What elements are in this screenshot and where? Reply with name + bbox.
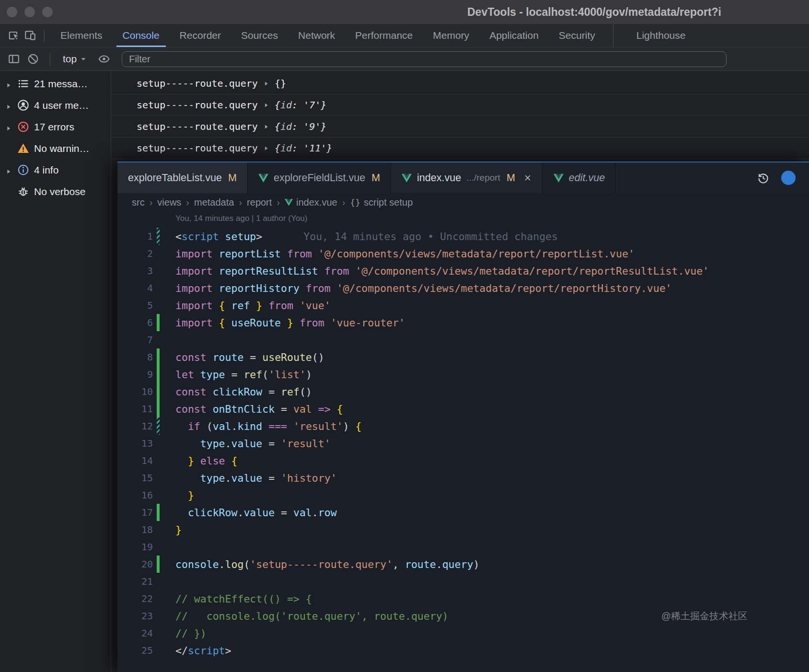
code-line: 5import { ref } from 'vue': [117, 297, 809, 314]
change-bar-empty: [157, 262, 160, 279]
object-key: id: [280, 99, 292, 111]
expand-triangle-icon[interactable]: [263, 123, 270, 130]
maximize-window-button[interactable]: [42, 7, 53, 17]
history-icon[interactable]: [757, 172, 770, 185]
line-number: 25: [117, 645, 153, 656]
line-number: 7: [117, 334, 153, 346]
sidebar-item-verbose[interactable]: No verbose: [0, 181, 111, 202]
code-text: console.log('setup-----route.query', rou…: [175, 558, 479, 570]
code-text: }: [175, 524, 182, 536]
breadcrumb-item-index-vue[interactable]: index.vue: [285, 197, 337, 208]
devtools-tab-sources[interactable]: Sources: [231, 24, 288, 47]
breadcrumb-item-report[interactable]: report: [247, 197, 272, 208]
code-line: 6import { useRoute } from 'vue-router': [117, 314, 809, 331]
console-filter-input[interactable]: [122, 51, 727, 67]
expand-triangle-icon[interactable]: [5, 102, 12, 109]
breadcrumb-label: script setup: [364, 197, 413, 208]
change-bar-empty: [157, 245, 160, 262]
line-number: 1: [117, 231, 153, 242]
expand-triangle-icon[interactable]: [5, 80, 12, 88]
code-line: 18}: [117, 521, 809, 538]
code-line: 12 if (val.kind === 'result') {: [117, 417, 809, 435]
devtools-tab-memory[interactable]: Memory: [423, 24, 479, 47]
expand-triangle-icon[interactable]: [263, 102, 270, 109]
close-window-button[interactable]: [7, 7, 17, 17]
object-preview[interactable]: {}: [275, 78, 286, 89]
execution-context-selector[interactable]: top: [59, 53, 93, 65]
sidebar-item-user[interactable]: 4 user me…: [0, 94, 111, 116]
object-preview[interactable]: {id: '9'}: [275, 121, 326, 132]
line-number: 9: [117, 369, 153, 380]
line-number: 21: [117, 576, 153, 587]
breadcrumb-label: views: [157, 197, 181, 208]
change-bar-empty: [157, 625, 160, 642]
code-line: 1<script setup>You, 14 minutes ago • Unc…: [117, 228, 809, 245]
code-text: import { ref } from 'vue': [175, 300, 331, 312]
expand-triangle-icon[interactable]: [263, 80, 270, 87]
editor-tab-edit-vue[interactable]: edit.vue: [543, 162, 616, 193]
devtools-tab-security[interactable]: Security: [549, 24, 605, 47]
object-preview[interactable]: {id: '7'}: [275, 99, 326, 111]
divider: [44, 29, 45, 42]
code-text: const onBtnClick = val => {: [175, 403, 343, 415]
change-bar: [157, 400, 160, 417]
line-number: 18: [117, 524, 153, 535]
watermark: @稀土掘金技术社区: [661, 610, 748, 623]
object-preview[interactable]: {id: '11'}: [275, 142, 332, 154]
sidebar-item-label: No warnin…: [34, 143, 90, 154]
sidebar-item-error[interactable]: 17 errors: [0, 116, 111, 138]
object-key: id: [280, 142, 292, 154]
console-message-row: setup-----route.query{}: [112, 73, 809, 94]
devtools-tab-recorder[interactable]: Recorder: [170, 24, 231, 47]
code-text: } else {: [175, 455, 237, 467]
code-line: 24// }): [117, 625, 809, 642]
vue-icon: [402, 174, 412, 183]
editor-tab-path: .../report: [466, 173, 500, 183]
code-line: 15 type.value = 'history': [117, 469, 809, 487]
close-icon[interactable]: [523, 174, 532, 182]
expand-triangle-icon[interactable]: [5, 166, 12, 174]
window-title: DevTools - localhost:4000/gov/metadata/r…: [467, 0, 721, 24]
code-line: 20console.log('setup-----route.query', r…: [117, 556, 809, 573]
clear-console-icon[interactable]: [25, 51, 41, 67]
live-expression-eye-icon[interactable]: [96, 51, 112, 67]
devtools-tab-performance[interactable]: Performance: [345, 24, 423, 47]
editor-tab-exploretablelist-vue[interactable]: exploreTableList.vueM: [117, 162, 248, 193]
breadcrumb-separator: ›: [239, 197, 242, 208]
breadcrumb-item-src[interactable]: src: [132, 197, 145, 208]
code-line: 22// watchEffect(() => {: [117, 590, 809, 607]
devtools-tab-application[interactable]: Application: [479, 24, 549, 47]
change-bar: [157, 228, 160, 245]
editor-tabbar: exploreTableList.vueMexploreFieldList.vu…: [117, 162, 809, 193]
editor-tab-explorefieldlist-vue[interactable]: exploreFieldList.vueM: [248, 162, 391, 193]
breadcrumb-separator: ›: [150, 197, 153, 208]
line-number: 13: [117, 438, 153, 449]
breadcrumb-separator: ›: [186, 197, 189, 208]
device-toolbar-icon[interactable]: [22, 27, 38, 44]
console-sidebar-toggle-icon[interactable]: [6, 51, 22, 67]
sidebar-item-list[interactable]: 21 messa…: [0, 73, 111, 94]
minimize-window-button[interactable]: [24, 7, 35, 17]
devtools-tab-network[interactable]: Network: [288, 24, 345, 47]
devtools-tab-elements[interactable]: Elements: [50, 24, 113, 47]
devtools-tab-lighthouse[interactable]: Lighthouse: [613, 24, 696, 47]
sidebar-item-info[interactable]: 4 info: [0, 159, 111, 181]
editor-tab-index-vue[interactable]: index.vue.../reportM: [391, 162, 543, 193]
line-number: 4: [117, 282, 153, 294]
line-number: 2: [117, 248, 153, 259]
expand-triangle-icon[interactable]: [263, 145, 270, 152]
console-message-row: setup-----route.query{id: '11'}: [112, 138, 809, 159]
modified-badge: M: [371, 172, 380, 184]
breadcrumb-item-script-setup[interactable]: {}script setup: [350, 197, 413, 208]
divider: [50, 53, 50, 66]
blame-header: You, 14 minutes ago | 1 author (You): [117, 211, 809, 226]
expand-triangle-icon[interactable]: [5, 123, 12, 131]
blue-dot-icon[interactable]: [781, 171, 796, 185]
inspect-element-icon[interactable]: [6, 27, 22, 44]
traffic-lights: [7, 7, 53, 17]
breadcrumb-item-metadata[interactable]: metadata: [194, 197, 234, 208]
breadcrumb-item-views[interactable]: views: [157, 197, 181, 208]
sidebar-item-warning[interactable]: No warnin…: [0, 138, 111, 159]
devtools-tab-console[interactable]: Console: [113, 24, 170, 47]
console-message-row: setup-----route.query{id: '7'}: [112, 94, 809, 116]
